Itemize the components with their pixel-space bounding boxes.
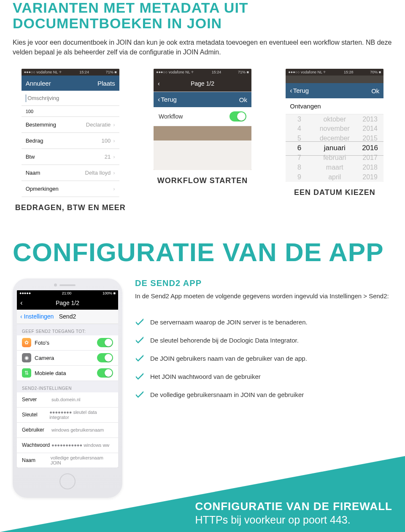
- access-toggle[interactable]: [97, 368, 113, 378]
- settings-title: Send2: [59, 313, 76, 320]
- settings-back-button[interactable]: ‹ Instellingen: [20, 313, 54, 320]
- section1-title: VARIANTEN MET METADATA UIT DOCUMENTBOEKE…: [13, 0, 392, 32]
- footer-sub: HTTPs bij voorkeur op poort 443.: [195, 514, 392, 526]
- setting-key: Server: [22, 397, 51, 402]
- form-row[interactable]: Opmerkingen›: [22, 181, 119, 197]
- back-icon[interactable]: ‹: [158, 80, 160, 87]
- chevron-left-icon: ‹: [158, 96, 160, 103]
- sheet-ok-button[interactable]: Ok: [239, 96, 247, 103]
- date-field-label: Ontvangen: [286, 98, 383, 114]
- footer-title: CONFIGURATIE VAN DE FIREWALL: [195, 500, 392, 513]
- status-carrier: ●●●○○ vodafone NL ᯤ: [24, 70, 63, 74]
- picker-option[interactable]: 5: [297, 134, 301, 143]
- date-ok-button[interactable]: Ok: [371, 87, 379, 95]
- picker-option[interactable]: december: [320, 134, 350, 143]
- chevron-right-icon: ›: [113, 122, 115, 128]
- picker-option[interactable]: februari: [323, 153, 346, 163]
- setting-row[interactable]: Serversub.domein.nl: [17, 392, 118, 408]
- check-text: Het JOIN wachtwoord van de gebruiker: [150, 372, 261, 381]
- access-toggle[interactable]: [97, 338, 113, 347]
- access-label: Camera: [35, 355, 54, 361]
- screenshots-row: ●●●○○ vodafone NL ᯤ 15:24 71% ■ Annuleer…: [13, 69, 392, 213]
- page-indicator: Page 1/2: [191, 80, 214, 87]
- check-icon: [135, 318, 144, 325]
- workflow-toggle[interactable]: [230, 111, 246, 122]
- picker-option[interactable]: november: [320, 124, 350, 134]
- date-picker[interactable]: 3456789 oktobernovemberdecemberjanuarife…: [286, 114, 383, 182]
- row-label: 100: [26, 109, 33, 114]
- description-input[interactable]: [27, 95, 115, 101]
- check-item: De JOIN gebruikers naam van de gebruiker…: [135, 354, 392, 363]
- row-value: 100: [102, 138, 111, 144]
- status-carrier: ●●●●●: [19, 291, 31, 295]
- row-label: Opmerkingen: [26, 186, 59, 192]
- access-label: Foto's: [35, 340, 49, 346]
- form-row[interactable]: Btw21›: [22, 149, 119, 165]
- picker-option[interactable]: 2013: [362, 114, 378, 124]
- row-value: 21: [105, 154, 111, 160]
- picker-option[interactable]: 2018: [362, 162, 378, 172]
- picker-option[interactable]: 8: [297, 162, 301, 172]
- chevron-left-icon: ‹: [20, 313, 22, 320]
- status-time: 15:28: [344, 70, 354, 74]
- check-icon: [135, 354, 144, 362]
- picker-option[interactable]: 3: [297, 114, 301, 124]
- picker-option[interactable]: 2017: [362, 153, 378, 163]
- setting-value: ●●●●●●●●●●● windows ww: [51, 443, 109, 448]
- check-item: De volledige gebruikersnaam in JOIN van …: [135, 390, 392, 399]
- picker-option[interactable]: 2015: [362, 134, 378, 143]
- form-row: 100: [22, 106, 119, 117]
- status-battery: 70% ■: [370, 70, 381, 74]
- picker-option[interactable]: april: [328, 172, 341, 182]
- submit-button[interactable]: Plaats: [97, 80, 115, 87]
- send2-text: In de Send2 App moeten de volgende gegev…: [135, 292, 392, 301]
- form-row[interactable]: NaamDelta lloyd›: [22, 165, 119, 181]
- app-icon: ⇅: [22, 368, 31, 378]
- status-battery: 71% ■: [106, 70, 117, 74]
- picker-option[interactable]: 2014: [362, 124, 378, 134]
- access-toggle[interactable]: [97, 353, 113, 362]
- row-label: Naam: [26, 170, 40, 176]
- setting-row[interactable]: Gebruikerwindows gebruikersnaam: [17, 423, 118, 438]
- access-label: Mobiele data: [35, 370, 66, 376]
- picker-option[interactable]: maart: [326, 162, 343, 172]
- form-row[interactable]: Bedrag100›: [22, 133, 119, 149]
- picker-option[interactable]: 4: [297, 124, 301, 134]
- chevron-right-icon: ›: [113, 154, 115, 160]
- sheet-back-button[interactable]: ‹Terug: [158, 96, 177, 103]
- date-back-button[interactable]: ‹Terug: [290, 87, 309, 95]
- picker-option[interactable]: januari: [324, 143, 346, 153]
- status-carrier: ●●●○○ vodafone NL ᯤ: [156, 70, 195, 74]
- status-carrier: ●●●○○ vodafone NL ᯤ: [288, 70, 327, 74]
- screenshot-metadata-form: ●●●○○ vodafone NL ᯤ 15:24 71% ■ Annuleer…: [22, 69, 119, 197]
- screenshot-workflow: ●●●○○ vodafone NL ᯤ 15:24 71% ■ ‹Page 1/…: [154, 69, 251, 170]
- setting-value: ●●●●●●●● sleutel data integrator: [49, 410, 113, 420]
- picker-option[interactable]: 2016: [362, 143, 378, 153]
- group-label-settings: SEND2-INSTELLINGEN: [17, 381, 118, 392]
- workflow-label: Workflow: [159, 113, 183, 120]
- picker-option[interactable]: 2019: [362, 172, 378, 182]
- check-text: De sleutel behorende bij de Doclogic Dat…: [150, 336, 299, 345]
- document-preview: [154, 140, 251, 170]
- status-time: 15:24: [212, 70, 221, 74]
- setting-value: windows gebruikersnaam: [51, 427, 104, 432]
- picker-option[interactable]: 9: [297, 172, 301, 182]
- chevron-left-icon: ‹: [290, 87, 292, 94]
- check-item: Het JOIN wachtwoord van de gebruiker: [135, 372, 392, 381]
- app-icon: ✿: [22, 338, 31, 347]
- back-icon[interactable]: ‹: [20, 299, 23, 307]
- status-battery: 100% ■: [103, 291, 116, 295]
- access-row: ◉Camera: [17, 351, 118, 366]
- section1-intro: Kies je voor een documentboek in JOIN da…: [13, 38, 392, 57]
- picker-option[interactable]: 6: [297, 143, 301, 153]
- speaker-icon: [59, 284, 76, 286]
- chevron-right-icon: ›: [113, 138, 115, 144]
- setting-row[interactable]: Wachtwoord●●●●●●●●●●● windows ww: [17, 438, 118, 453]
- setting-row[interactable]: Sleutel●●●●●●●● sleutel data integrator: [17, 408, 118, 423]
- picker-option[interactable]: oktober: [324, 114, 346, 124]
- form-row[interactable]: BestemmingDeclaratie›: [22, 117, 119, 133]
- setting-key: Gebruiker: [22, 427, 51, 433]
- cancel-button[interactable]: Annuleer: [26, 80, 51, 87]
- picker-option[interactable]: 7: [297, 153, 301, 163]
- check-text: De volledige gebruikersnaam in JOIN van …: [150, 390, 304, 399]
